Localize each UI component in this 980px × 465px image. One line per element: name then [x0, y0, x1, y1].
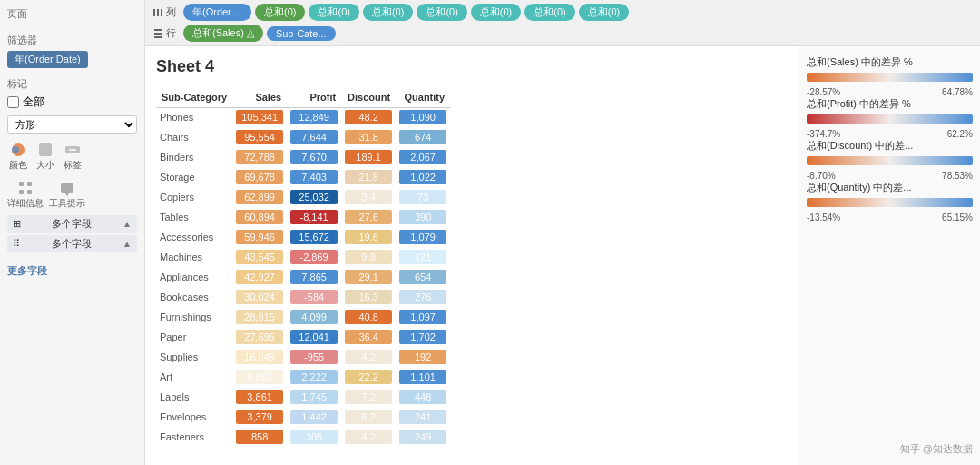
table-row: Storage 69,678 7,403 21.8 1,022 — [156, 167, 450, 187]
col-pill-0[interactable]: 年(Order ... — [183, 4, 251, 21]
filter-label: 筛选器 — [7, 34, 137, 47]
detail-icon — [16, 179, 34, 197]
table-row: Chairs 95,554 7,644 31.8 674 — [156, 127, 450, 147]
cell-discount: 27.6 — [341, 207, 396, 227]
cell-discount: 16.3 — [341, 287, 396, 307]
cell-quantity: 276 — [396, 287, 450, 307]
marks-icons-row: 颜色 大小 标签 — [7, 139, 137, 173]
label-button[interactable]: 标签 — [62, 139, 83, 173]
marks-all-checkbox[interactable] — [7, 96, 19, 108]
legend-labels-3: -13.54% 65.15% — [807, 213, 973, 223]
legend-0: 总和(Sales) 中的差异 % -28.57% 64.78% — [807, 55, 973, 97]
marks-section: 标记 全部 方形 颜色 大小 — [7, 77, 137, 255]
legend-labels-1: -374.7% 62.2% — [807, 129, 973, 139]
table-row: Binders 72,788 7,670 189.1 2,067 — [156, 147, 450, 167]
marks-all-row: 全部 — [7, 94, 137, 110]
cell-profit: 7,670 — [287, 147, 341, 167]
cell-sales: 3,861 — [232, 387, 287, 407]
data-table: Sub-Category Sales Profit Discount Quant… — [156, 87, 450, 447]
col-pill-7[interactable]: 总和(0) — [579, 4, 629, 21]
svg-rect-13 — [161, 9, 162, 16]
field2-icon: ▲ — [122, 239, 132, 249]
svg-rect-7 — [19, 190, 24, 194]
cell-profit: 2,222 — [287, 367, 341, 387]
col-pill-2[interactable]: 总和(0) — [309, 4, 358, 21]
table-row: Labels 3,861 1,745 7.2 448 — [156, 387, 450, 407]
cell-profit: 7,644 — [287, 127, 341, 147]
cell-profit: -955 — [287, 347, 341, 367]
table-row: Tables 60,894 -8,141 27.6 390 — [156, 207, 450, 227]
cell-sales: 105,341 — [232, 107, 287, 127]
detail-button[interactable]: 详细信息 — [7, 179, 44, 210]
legend-max-1: 62.2% — [947, 129, 973, 139]
cell-profit: 1,442 — [287, 407, 341, 427]
field-row-2[interactable]: ⠿ 多个字段 ▲ — [7, 235, 137, 252]
col-pill-4[interactable]: 总和(0) — [416, 4, 466, 21]
table-row: Bookcases 30,024 -584 16.3 276 — [156, 287, 450, 307]
cell-profit: 15,672 — [287, 227, 341, 247]
label-label: 标签 — [64, 159, 82, 172]
legend-2: 总和(Discount) 中的差... -8.70% 78.53% — [807, 139, 973, 181]
table-row: Art 8,863 2,222 22.2 1,101 — [156, 367, 450, 387]
page-label: 页面 — [7, 7, 137, 21]
shape-select[interactable]: 方形 — [7, 115, 137, 134]
tooltip-button[interactable]: 工具提示 — [49, 179, 85, 210]
cell-subcat: Machines — [156, 247, 232, 267]
cell-profit: -584 — [287, 287, 341, 307]
cell-discount: 4.2 — [341, 427, 396, 447]
field-row-1[interactable]: ⊞ 多个字段 ▲ — [7, 215, 137, 232]
legend-bar-3 — [807, 198, 973, 211]
cell-discount: 48.2 — [341, 107, 396, 127]
cell-quantity: 1,101 — [396, 367, 450, 387]
col-pill-1[interactable]: 总和(0) — [255, 4, 305, 21]
filter-section: 筛选器 年(Order Date) — [7, 34, 137, 68]
label-icon — [64, 141, 82, 159]
legend-labels-2: -8.70% 78.53% — [807, 171, 973, 181]
legend-min-3: -13.54% — [807, 213, 840, 223]
cell-quantity: 192 — [396, 347, 450, 367]
col-header-2: Profit — [287, 87, 341, 107]
cell-sales: 69,678 — [232, 167, 287, 187]
cell-sales: 27,695 — [232, 327, 287, 347]
size-button[interactable]: 大小 — [34, 139, 56, 173]
cell-discount: 29.1 — [341, 267, 396, 287]
cell-profit: 25,032 — [287, 187, 341, 207]
col-pill-3[interactable]: 总和(0) — [363, 4, 413, 21]
sidebar: 页面 筛选器 年(Order Date) 标记 全部 方形 颜色 大小 — [0, 0, 145, 465]
more-fields-button[interactable]: 更多字段 — [7, 264, 137, 278]
cell-quantity: 390 — [396, 207, 450, 227]
svg-rect-5 — [19, 182, 24, 186]
color-button[interactable]: 颜色 — [7, 139, 29, 173]
marks-label: 标记 — [7, 77, 137, 91]
col-pill-5[interactable]: 总和(0) — [471, 4, 521, 21]
svg-rect-2 — [39, 143, 52, 156]
svg-rect-16 — [154, 36, 162, 38]
cell-profit: -8,141 — [287, 207, 341, 227]
page-section: 页面 — [7, 7, 137, 25]
cell-subcat: Accessories — [156, 227, 232, 247]
cell-quantity: 1,022 — [396, 167, 450, 187]
cell-subcat: Tables — [156, 207, 232, 227]
col-label: 列 — [152, 5, 176, 19]
table-row: Appliances 42,927 7,865 29.1 654 — [156, 267, 450, 287]
cell-profit: 305 — [287, 427, 341, 447]
col-pill-6[interactable]: 总和(0) — [524, 4, 574, 21]
row-pill-1[interactable]: Sub-Cate... — [267, 26, 336, 41]
legend-max-0: 64.78% — [942, 87, 973, 97]
field1-icon: ▲ — [122, 219, 132, 229]
size-label: 大小 — [36, 159, 54, 172]
col-header-0: Sub-Category — [156, 87, 232, 107]
cell-profit: 4,099 — [287, 307, 341, 327]
cell-discount: 19.8 — [341, 227, 396, 247]
row-icon — [152, 28, 163, 39]
legend-title-3: 总和(Quantity) 中的差... — [807, 181, 973, 194]
filter-badge[interactable]: 年(Order Date) — [7, 51, 88, 68]
svg-rect-11 — [153, 9, 155, 16]
cell-subcat: Phones — [156, 107, 232, 127]
cell-subcat: Paper — [156, 327, 232, 347]
cell-subcat: Bookcases — [156, 287, 232, 307]
cell-quantity: 1,702 — [396, 327, 450, 347]
cell-discount: 31.8 — [341, 127, 396, 147]
cell-quantity: 241 — [396, 407, 450, 427]
row-pill-0[interactable]: 总和(Sales) △ — [183, 25, 263, 42]
